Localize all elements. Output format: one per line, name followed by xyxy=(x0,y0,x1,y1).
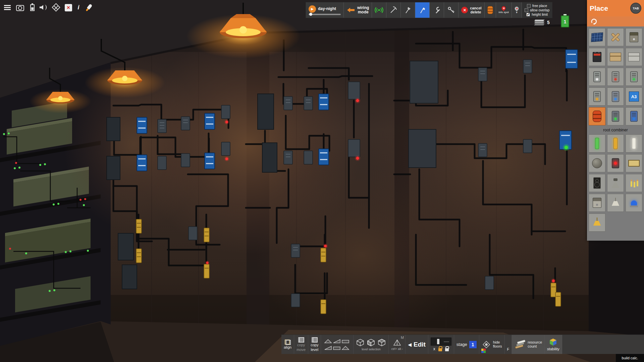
align-button[interactable]: align xyxy=(281,335,294,354)
block-icon-2[interactable] xyxy=(367,338,375,347)
rocket-icon[interactable] xyxy=(83,2,95,13)
battery-icon[interactable] xyxy=(30,4,35,11)
key-icon xyxy=(447,6,455,14)
info-spot-label: info spot xyxy=(499,11,509,14)
tile-component-blue-led[interactable] xyxy=(607,87,624,106)
resource-count-button[interactable]: resource count xyxy=(512,335,545,354)
antenna-tool-button[interactable] xyxy=(372,2,386,18)
key-tool-button[interactable] xyxy=(444,2,459,18)
tile-wind-turbine[interactable] xyxy=(607,28,624,46)
sound-icon[interactable] xyxy=(39,3,47,11)
pyramid-tool[interactable]: M ctrl+ alt - xyxy=(389,335,406,354)
terrain-tool-button-selected[interactable] xyxy=(415,2,430,18)
workshop-icon[interactable] xyxy=(52,3,60,11)
checkbox-box[interactable] xyxy=(525,8,528,12)
tile-yellow-light-bar[interactable] xyxy=(607,134,624,153)
tile-candles[interactable] xyxy=(626,174,642,192)
stage-selector[interactable]: stage 1 xyxy=(454,335,479,354)
tile-white-component[interactable] xyxy=(589,194,605,212)
item-grid-top: A3 xyxy=(587,26,644,127)
checkbox-height-limit[interactable]: height limit xyxy=(526,13,548,16)
tile-white-light-bar[interactable] xyxy=(626,134,642,153)
tile-component-red-led[interactable] xyxy=(607,68,624,86)
info-spot-button[interactable]: info spot xyxy=(496,2,512,18)
block-icon-3[interactable] xyxy=(377,338,386,347)
wiring-arrow-icon xyxy=(346,7,355,13)
roof-shapes-tools[interactable] xyxy=(321,335,354,354)
f-label: F xyxy=(507,348,509,352)
wiring-mode-button[interactable]: wiring mode xyxy=(344,2,372,18)
f-shortcut[interactable]: F xyxy=(505,335,512,354)
copy-level-button[interactable]: copy level xyxy=(308,335,321,354)
tile-tripod-spotlight[interactable] xyxy=(607,174,624,192)
rotate-arrow-icon[interactable] xyxy=(590,18,598,24)
close-icon[interactable]: × xyxy=(65,4,72,11)
cancel-delete-button[interactable]: × cancel delete xyxy=(459,2,484,18)
pickaxe-tool-button[interactable] xyxy=(386,2,401,18)
item-icon xyxy=(610,197,621,208)
item-icon xyxy=(630,111,638,122)
scrub-group: x xyxy=(428,335,454,354)
wiring-label-2: mode xyxy=(358,10,369,14)
copy-move-button[interactable]: copy move xyxy=(294,335,308,354)
barrel-tool-button[interactable] xyxy=(485,2,496,18)
tab-button[interactable]: TAB xyxy=(630,3,641,14)
tile-yellow-flasher-lamp[interactable] xyxy=(589,214,605,232)
palette-eye-icon[interactable] xyxy=(481,349,486,353)
block-icon-1[interactable] xyxy=(356,338,365,347)
day-night-slider[interactable] xyxy=(309,14,341,15)
edit-back-arrow-icon[interactable]: ◀ xyxy=(408,342,412,347)
menu-icon[interactable] xyxy=(3,3,11,11)
tile-green-light-bar[interactable] xyxy=(589,134,605,153)
tile-root-combiner[interactable] xyxy=(589,107,605,125)
tile-wooden-sign[interactable] xyxy=(626,154,642,172)
tile-component-green-led[interactable] xyxy=(626,68,642,86)
level-selection-group: level selection xyxy=(354,335,389,354)
checkbox-box[interactable] xyxy=(527,4,531,8)
tile-large-battery[interactable] xyxy=(589,48,605,66)
hide-floors-button[interactable]: hide floors xyxy=(479,335,505,354)
lock-icon-orange[interactable] xyxy=(438,348,442,351)
tile-wooden-storage-box[interactable] xyxy=(607,48,624,66)
tile-blue-siren-light[interactable] xyxy=(626,194,642,212)
pin-dropdown-icon xyxy=(514,5,520,11)
tile-a3-component[interactable]: A3 xyxy=(626,87,642,106)
copy-label: copy xyxy=(297,343,305,347)
tile-round-gray-item[interactable] xyxy=(589,154,605,172)
tile-smart-switch[interactable] xyxy=(607,107,624,125)
build-calc-bar[interactable]: build calc. xyxy=(616,354,644,362)
tile-small-generator[interactable] xyxy=(626,28,642,46)
info-icon[interactable]: i xyxy=(77,3,80,11)
checkbox-box[interactable] xyxy=(526,13,530,16)
resource-label: resource xyxy=(528,341,542,345)
checkbox-free-place[interactable]: free place xyxy=(527,4,547,8)
tile-smart-alarm[interactable] xyxy=(626,107,642,125)
tile-component-white-led[interactable] xyxy=(589,68,605,86)
tile-red-flasher-light[interactable] xyxy=(607,154,624,172)
item-icon xyxy=(630,32,638,42)
tile-metal-storage-box[interactable] xyxy=(626,48,642,66)
tile-hanging-lamp[interactable] xyxy=(607,194,624,212)
tile-component-yellow-led[interactable] xyxy=(589,87,605,106)
day-night-control[interactable]: ▶ day-night xyxy=(306,2,344,18)
edit-mode-button[interactable]: ◀ Edit xyxy=(406,335,428,354)
wrench-tool-button[interactable] xyxy=(430,2,444,18)
stage-value[interactable]: 1 xyxy=(469,341,477,348)
x-label[interactable]: x xyxy=(433,347,435,351)
item-icon xyxy=(610,53,621,61)
place-panel: Place TAB xyxy=(587,0,644,241)
lock-icon-white[interactable] xyxy=(445,348,449,351)
timeline-scrubber[interactable] xyxy=(431,338,451,346)
hatchet-tool-button[interactable] xyxy=(401,2,415,18)
screenshot-icon[interactable] xyxy=(16,5,24,11)
scene-3d-viewport[interactable] xyxy=(0,0,644,362)
pin-dropdown-button[interactable]: ▼ xyxy=(512,2,522,18)
tile-speaker[interactable] xyxy=(589,174,605,192)
checkbox-allow-overlap[interactable]: allow overlap xyxy=(525,8,549,12)
play-icon[interactable]: ▶ xyxy=(309,5,316,13)
item-icon xyxy=(593,71,601,82)
placement-options: free place allow overlap height limit xyxy=(522,2,552,18)
stability-button[interactable]: stability xyxy=(545,335,562,354)
stack-count: 5 xyxy=(547,20,550,25)
tile-solar-panel[interactable] xyxy=(589,28,605,46)
